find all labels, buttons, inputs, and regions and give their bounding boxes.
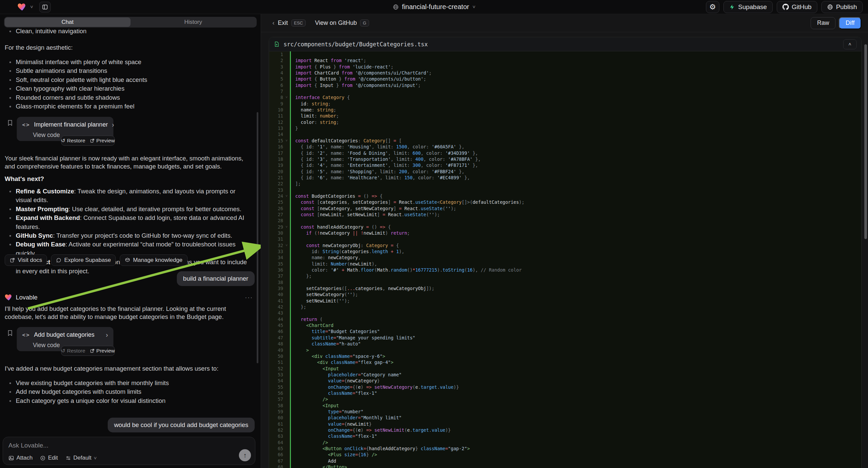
code-text: import ChartCard from '@/components/ui/C… [291,70,432,76]
code-text: name: string; [291,107,336,113]
collapse-file-button[interactable]: ˄ [843,39,857,49]
code-line: 67 Add [269,458,861,464]
line-number: 23 [269,187,283,193]
esc-key-badge: esc [291,20,306,27]
line-number: 62 [269,427,283,433]
code-line: 64 /> [269,439,861,445]
chat-bullet: Refine & Customize: Tweak the design, an… [5,187,253,205]
assistant-header: Lovable ··· [5,293,253,301]
code-line: 33 id: String(categories.length + 1), [269,248,861,255]
bookmark-icon[interactable] [7,119,13,126]
code-text: className="h-auto" [291,341,361,347]
code-line: 21 { id: '6', name: 'Healthcare', limit:… [269,175,861,181]
fold-toggle-icon[interactable]: ˅ [283,224,290,230]
line-number: 50 [269,353,283,359]
tab-chat[interactable]: Chat [5,18,130,27]
code-text: Add [291,458,336,464]
line-number: 26 [269,205,283,211]
fold-toggle-icon [283,427,290,433]
line-number: 14 [269,131,283,137]
line-number: 38 [269,279,283,285]
attach-image-icon [8,455,14,461]
fold-toggle-icon[interactable]: ˅ [283,193,290,199]
restore-icon: ↺ [61,138,65,144]
fold-toggle-icon [283,131,290,137]
supabase-button[interactable]: Supabase [723,1,773,13]
code-text: placeholder="Monthly limit" [291,415,402,421]
send-button[interactable]: ↑ [239,449,251,461]
chat-scrollbar-thumb[interactable] [257,112,258,363]
toggle-sidebar-button[interactable] [39,2,51,12]
diff-toggle-button[interactable]: Diff [839,17,861,29]
line-number: 44 [269,316,283,322]
publish-button[interactable]: Publish [822,1,863,13]
tab-history[interactable]: History [130,18,256,27]
edit-mode-button[interactable]: Edit [40,455,58,461]
assistant-help-text: I'll help you add budget categories to t… [5,305,253,321]
code-line: 5import { Button } from '@/components/ui… [269,76,861,82]
fold-toggle-icon [283,322,290,328]
fold-toggle-icon [283,162,290,168]
fold-toggle-icon [283,199,290,205]
code-text: type="number" [291,409,363,415]
fold-toggle-icon [283,267,290,273]
code-line: 26 const [newCategory, setNewCategory] =… [269,205,861,211]
restore-button[interactable]: ↺ Restore [61,138,85,144]
fold-toggle-icon[interactable]: ˅ [283,138,290,144]
chat-input[interactable] [8,442,250,451]
github-button[interactable]: GitHub [777,1,817,13]
line-number: 54 [269,378,283,384]
line-number: 33 [269,248,283,255]
lovable-logo-icon[interactable] [18,2,27,12]
line-number: 20 [269,169,283,175]
fold-toggle-icon [283,64,290,70]
code-text [291,88,295,94]
g-key-badge: G [360,20,369,27]
code-text: { id: '2', name: 'Food & Dining', limit:… [291,150,478,156]
view-on-github-button[interactable]: View on GitHub G [315,20,369,27]
visit-docs-label: Visit docs [18,257,42,264]
file-header[interactable]: src/components/budget/BudgetCategories.t… [269,37,861,51]
chat-bullet: GitHub Sync: Transfer your project's cod… [5,231,253,240]
view-on-github-label: View on GitHub [315,20,357,27]
mode-selector[interactable]: Default ˅ [65,455,97,461]
preview-button[interactable]: Preview [90,138,115,144]
logo-menu-chevron-icon[interactable]: ˅ [30,4,33,10]
line-number: 46 [269,328,283,334]
scrolled-bullet-list: Clean, intuitive navigation [5,27,253,36]
code-text: ]; [291,181,301,187]
attach-button[interactable]: Attach [8,455,33,461]
visit-docs-button[interactable]: Visit docs [5,255,47,266]
explore-supabase-button[interactable]: Explore Supabase [51,255,116,266]
code-line: 12 color: string; [269,119,861,125]
code-text: setCategories([...categories, newCategor… [291,285,434,291]
code-text: onChange={(e) => setNewCategory(e.target… [291,384,459,390]
edit-label: Edit [48,455,58,461]
fold-toggle-icon[interactable]: ˅ [283,94,290,100]
exit-button[interactable]: ‹ Exit esc [273,20,306,27]
top-bar: ˅ financial-future-creator ˅ ⚙ Supabase [0,0,868,14]
code-text: { id: '5', name: 'Shopping', limit: 200,… [291,169,464,175]
preview-button[interactable]: Preview [90,348,115,354]
bookmark-icon[interactable] [7,330,13,337]
line-number: 25 [269,199,283,205]
raw-toggle-button[interactable]: Raw [811,17,835,29]
code-view-header: ‹ Exit esc View on GitHub G Raw Diff [261,14,868,32]
attach-label: Attach [17,455,33,461]
line-number: 39 [269,285,283,291]
supabase-label: Supabase [738,3,767,11]
settings-button[interactable]: ⚙ [706,1,719,13]
fold-toggle-icon[interactable]: ˅ [283,242,290,248]
restore-button[interactable]: ↺ Restore [61,348,85,354]
code-line: 18 { id: '3', name: 'Transportation', li… [269,156,861,162]
code-scrollbar-thumb[interactable] [864,44,867,239]
chat-bullet: Master Prompting: Use clear, detailed, a… [5,205,253,213]
message-menu-button[interactable]: ··· [245,294,253,301]
fold-toggle-icon [283,421,290,427]
fold-toggle-icon [283,101,290,107]
whats-next-heading: What's next? [5,175,253,183]
manage-knowledge-button[interactable]: Manage knowledge [120,255,187,266]
project-switcher[interactable]: financial-future-creator ˅ [393,3,475,11]
line-number: 17 [269,150,283,156]
code-line: 68 </Button> [269,464,861,468]
